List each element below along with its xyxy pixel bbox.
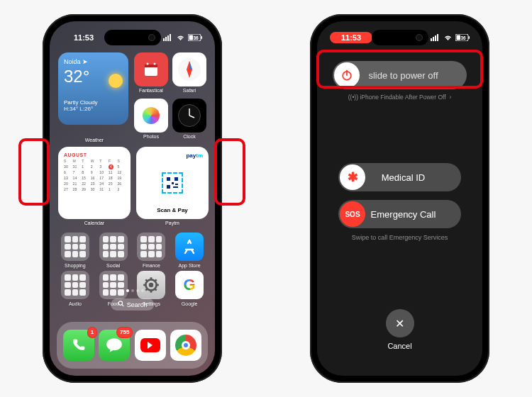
weather-hilo: H:34° L:26° bbox=[64, 106, 123, 112]
safari-label: Safari bbox=[183, 88, 196, 93]
svg-line-15 bbox=[189, 116, 194, 118]
qr-icon bbox=[162, 172, 183, 194]
weather-widget-label: Weather bbox=[58, 138, 131, 142]
svg-rect-19 bbox=[172, 182, 174, 184]
medical-id-slider[interactable]: ✱ Medical ID bbox=[338, 163, 461, 191]
paytm-label: Paytm bbox=[165, 220, 179, 225]
weather-location: Noida bbox=[64, 58, 81, 65]
svg-rect-36 bbox=[435, 35, 436, 41]
close-icon: ✕ bbox=[395, 317, 404, 330]
svg-marker-13 bbox=[189, 61, 192, 69]
svg-text:36: 36 bbox=[460, 35, 466, 40]
app-store-app[interactable] bbox=[175, 233, 204, 261]
audio-folder[interactable] bbox=[61, 271, 89, 299]
paytm-scan-label: Scan & Pay bbox=[157, 207, 188, 213]
shopping-folder[interactable] bbox=[61, 233, 89, 261]
google-app[interactable]: G bbox=[175, 271, 204, 299]
svg-line-33 bbox=[121, 305, 123, 306]
phone-app[interactable]: 1 bbox=[63, 330, 94, 361]
spotlight-search[interactable]: Search bbox=[111, 298, 155, 311]
calendar-label: Calendar bbox=[84, 220, 104, 225]
dynamic-island bbox=[104, 30, 161, 45]
svg-line-31 bbox=[155, 279, 157, 281]
calendar-month: AUGUST bbox=[64, 152, 125, 157]
svg-line-30 bbox=[146, 289, 148, 290]
sun-icon bbox=[109, 74, 123, 88]
svg-rect-34 bbox=[431, 38, 432, 41]
annotation-power-slider bbox=[316, 50, 483, 89]
svg-rect-39 bbox=[457, 35, 461, 40]
svg-point-11 bbox=[154, 63, 156, 65]
svg-rect-37 bbox=[437, 34, 438, 41]
svg-line-28 bbox=[146, 279, 148, 281]
chrome-app[interactable] bbox=[170, 330, 201, 361]
emergency-call-label: Emergency Call bbox=[367, 209, 461, 220]
svg-point-32 bbox=[118, 301, 122, 305]
food-folder[interactable] bbox=[99, 271, 128, 299]
search-label: Search bbox=[127, 301, 148, 308]
medical-icon: ✱ bbox=[340, 164, 365, 190]
safari-app[interactable] bbox=[172, 52, 206, 86]
annotation-side-button bbox=[214, 138, 245, 206]
wifi-icon bbox=[176, 34, 185, 41]
clock-app[interactable] bbox=[172, 99, 206, 133]
svg-rect-21 bbox=[173, 186, 178, 188]
calendar-widget[interactable]: AUGUST SMTWTFS30311234567891011121314151… bbox=[58, 147, 131, 219]
clock-label: Clock bbox=[183, 134, 196, 139]
location-icon: ➤ bbox=[82, 58, 88, 65]
finance-folder[interactable] bbox=[137, 233, 165, 261]
svg-rect-0 bbox=[163, 38, 165, 41]
svg-rect-35 bbox=[433, 37, 434, 41]
dynamic-island bbox=[372, 30, 428, 45]
search-icon bbox=[118, 301, 124, 308]
calendar-grid: SMTWTFS303112345678910111213141516171819… bbox=[64, 159, 125, 192]
youtube-app[interactable] bbox=[135, 330, 166, 361]
status-time: 11:53 bbox=[330, 32, 372, 43]
photos-label: Photos bbox=[143, 134, 159, 139]
photos-app[interactable] bbox=[134, 99, 168, 133]
fantastical-label: Fantastical bbox=[139, 88, 163, 93]
svg-rect-2 bbox=[167, 35, 169, 41]
svg-rect-3 bbox=[170, 34, 171, 41]
svg-text:36: 36 bbox=[193, 35, 199, 40]
signal-icon bbox=[163, 34, 173, 41]
dock: 1 755 bbox=[57, 322, 208, 369]
findable-note[interactable]: ((•)) iPhone Findable After Power Off › bbox=[317, 94, 482, 101]
social-folder[interactable] bbox=[99, 233, 128, 261]
svg-rect-40 bbox=[469, 36, 470, 39]
cancel-label: Cancel bbox=[387, 342, 411, 350]
svg-rect-17 bbox=[174, 177, 178, 181]
wifi-icon bbox=[443, 34, 453, 41]
paytm-widget[interactable]: paytm Scan & Pay bbox=[136, 147, 209, 219]
emergency-call-slider[interactable]: SOS Emergency Call bbox=[338, 200, 461, 228]
svg-rect-20 bbox=[175, 184, 178, 185]
status-time: 11:53 bbox=[62, 33, 105, 42]
phone-badge: 1 bbox=[87, 327, 97, 338]
svg-rect-9 bbox=[145, 65, 157, 67]
battery-icon: 36 bbox=[188, 34, 202, 41]
settings-app[interactable] bbox=[137, 271, 165, 299]
svg-point-23 bbox=[149, 283, 154, 288]
annotation-volume-buttons bbox=[18, 138, 50, 206]
iphone-home-mockup: 11:53 36 Noida➤ bbox=[43, 14, 222, 383]
svg-rect-6 bbox=[201, 36, 203, 39]
svg-rect-1 bbox=[165, 37, 167, 41]
svg-rect-16 bbox=[167, 177, 170, 181]
cancel-button[interactable]: ✕ bbox=[386, 309, 414, 337]
page-dots[interactable] bbox=[121, 289, 144, 292]
fantastical-app[interactable] bbox=[134, 52, 168, 86]
svg-rect-5 bbox=[189, 35, 194, 40]
sos-icon: SOS bbox=[340, 201, 365, 227]
svg-line-29 bbox=[155, 289, 157, 290]
medical-id-label: Medical ID bbox=[367, 172, 461, 183]
weather-condition: Partly Cloudy bbox=[64, 99, 123, 106]
swipe-note: Swipe to call Emergency Services bbox=[317, 234, 482, 241]
battery-icon: 36 bbox=[455, 34, 470, 41]
svg-point-10 bbox=[147, 63, 149, 65]
svg-rect-18 bbox=[167, 185, 170, 189]
signal-icon bbox=[431, 34, 440, 41]
paytm-logo: paytm bbox=[186, 152, 203, 159]
messages-badge: 755 bbox=[116, 327, 133, 338]
weather-widget[interactable]: Noida➤ 32° Partly Cloudy H:34° L:26° bbox=[58, 52, 128, 125]
messages-app[interactable]: 755 bbox=[99, 330, 130, 361]
